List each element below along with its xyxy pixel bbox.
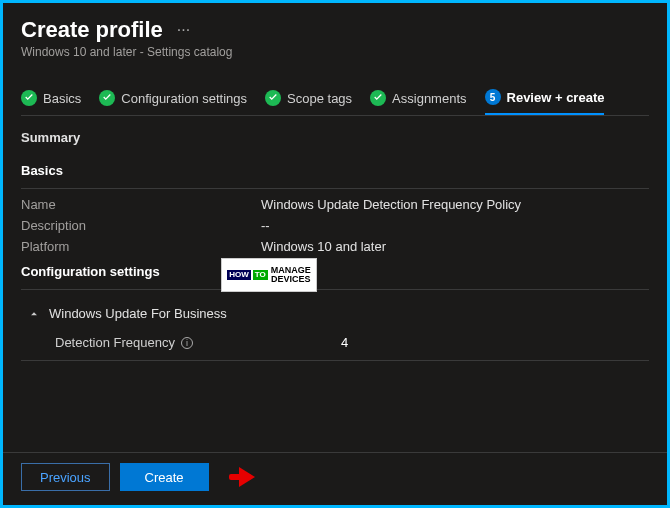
step-label: Review + create [507,90,605,105]
field-value: Windows Update Detection Frequency Polic… [261,197,649,212]
step-label: Basics [43,91,81,106]
accordion-title: Windows Update For Business [49,306,227,321]
basics-platform-row: Platform Windows 10 and later [21,239,649,254]
field-value: -- [261,218,649,233]
field-label: Description [21,218,261,233]
more-actions-button[interactable]: ··· [177,21,190,39]
check-icon [265,90,281,106]
page-header: Create profile ··· Windows 10 and later … [3,3,667,63]
step-label: Scope tags [287,91,352,106]
field-label: Platform [21,239,261,254]
watermark-logo: HOWTO MANAGEDEVICES [221,258,317,292]
field-label: Name [21,197,261,212]
step-review-create[interactable]: 5 Review + create [485,89,605,115]
step-configuration-settings[interactable]: Configuration settings [99,89,247,115]
field-value: Windows 10 and later [261,239,649,254]
basics-name-row: Name Windows Update Detection Frequency … [21,197,649,212]
create-button[interactable]: Create [120,463,209,491]
check-icon [99,90,115,106]
configuration-settings-heading: Configuration settings [21,264,649,279]
footer-actions: Previous Create [3,452,667,505]
page-subtitle: Windows 10 and later - Settings catalog [21,45,649,59]
basics-description-row: Description -- [21,218,649,233]
accordion-windows-update-for-business[interactable]: Windows Update For Business [27,306,649,321]
step-label: Assignments [392,91,466,106]
summary-heading: Summary [21,130,649,145]
divider [21,188,649,189]
previous-button[interactable]: Previous [21,463,110,491]
step-basics[interactable]: Basics [21,89,81,115]
basics-heading: Basics [21,163,649,178]
setting-label: Detection Frequency [55,335,175,350]
check-icon [370,90,386,106]
info-icon[interactable]: i [181,337,193,349]
step-assignments[interactable]: Assignments [370,89,466,115]
check-icon [21,90,37,106]
step-scope-tags[interactable]: Scope tags [265,89,352,115]
detection-frequency-row: Detection Frequency i 4 [21,325,649,354]
review-content: Summary Basics Name Windows Update Detec… [3,116,667,361]
divider [21,289,649,290]
chevron-up-icon [27,307,41,321]
wizard-stepper: Basics Configuration settings Scope tags… [3,63,667,115]
step-label: Configuration settings [121,91,247,106]
page-title: Create profile [21,17,163,43]
setting-value: 4 [261,335,348,350]
step-number-badge: 5 [485,89,501,105]
divider [21,360,649,361]
annotation-arrow-icon [225,467,265,487]
